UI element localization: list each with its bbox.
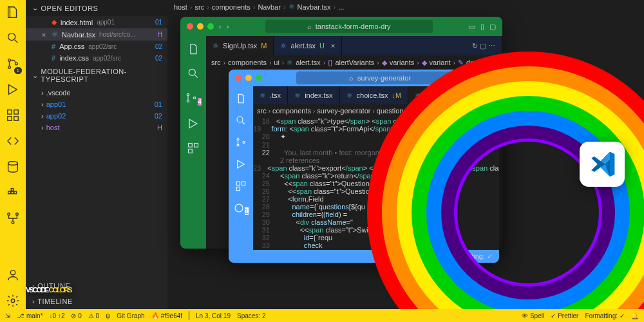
editor-row[interactable]: #App.cssapp02/src02	[26, 41, 167, 52]
debug-icon[interactable]	[235, 158, 247, 170]
spaces-status[interactable]: Spaces: 2	[237, 312, 265, 319]
svg-rect-4	[8, 110, 12, 114]
svg-point-3	[15, 62, 18, 65]
close-icon[interactable]: ×	[468, 91, 471, 99]
debug-icon[interactable]	[187, 117, 200, 130]
files-icon[interactable]	[187, 43, 200, 55]
tab[interactable]: ⚛.tsx	[253, 86, 288, 104]
svg-point-19	[187, 93, 189, 95]
database-icon[interactable]	[6, 160, 20, 175]
command-center[interactable]: ⌕survey-generator	[296, 71, 464, 84]
svg-point-27	[237, 144, 239, 146]
svg-rect-23	[194, 144, 198, 147]
source-control-icon[interactable]: 4	[185, 91, 202, 106]
editor-row[interactable]: #index.cssapp02/src02	[26, 52, 167, 64]
nested-window-blue: ⌕survey-generator 1 ⚛.tsx ⚛index.tsx ⚛ch…	[229, 70, 499, 263]
svg-point-26	[237, 138, 239, 140]
bell-icon[interactable]: 🔔	[631, 312, 639, 319]
remote-icon[interactable]	[6, 134, 20, 149]
color-status[interactable]: 🔥 #f9e64f	[151, 312, 182, 319]
back-icon[interactable]: ‹	[219, 23, 222, 30]
tab[interactable]: ⚛index.tsx	[288, 86, 339, 104]
git-graph[interactable]: Git Graph	[117, 312, 144, 319]
cursor-position[interactable]: Ln 3, Col 19	[196, 312, 231, 319]
svg-point-8	[8, 162, 18, 166]
folder-row[interactable]: ›app0202	[26, 110, 167, 122]
breadcrumb[interactable]: src›components›ui›⚛alert.tsx›{}alertVari…	[206, 55, 502, 70]
project-header[interactable]: ⌄MODULE-FEDERATION-TYPESCRIPT	[26, 64, 167, 87]
search-icon[interactable]	[6, 31, 20, 46]
source-control-icon[interactable]	[235, 137, 247, 148]
svg-point-0	[8, 33, 15, 41]
search-icon[interactable]	[235, 115, 247, 126]
svg-point-18	[189, 69, 195, 75]
svg-rect-22	[189, 144, 193, 147]
forward-icon[interactable]: ›	[227, 23, 229, 30]
folder-row[interactable]: ›hostH	[26, 122, 167, 133]
svg-rect-24	[189, 149, 193, 153]
svg-point-1	[8, 59, 11, 62]
warnings-status[interactable]: ⚠ 0	[88, 312, 99, 319]
svg-point-2	[8, 66, 11, 69]
remote-indicator[interactable]: ⇲	[5, 312, 10, 319]
files-icon[interactable]	[235, 93, 247, 104]
close-icon[interactable]: ×	[40, 31, 48, 39]
tab[interactable]: ⚛text.tsx↓M×	[408, 86, 478, 104]
traffic-lights[interactable]	[187, 23, 214, 30]
activity-bar-green: 4	[180, 36, 206, 249]
extensions-icon[interactable]	[6, 108, 20, 124]
command-center[interactable]: ⌕tanstack-form-demo-dry	[265, 20, 433, 33]
layout-icon[interactable]: ▭	[469, 23, 475, 31]
sync-status[interactable]: ↓0 ↑2	[50, 312, 65, 319]
editor[interactable]: 18<span class="k">type</span> <span clas…	[253, 117, 499, 250]
extensions-icon[interactable]	[187, 142, 200, 155]
svg-rect-11	[14, 191, 17, 194]
layout-icon[interactable]: ▯	[480, 23, 484, 31]
docker-icon[interactable]	[6, 185, 20, 201]
spell-status[interactable]: 👁 Spell	[522, 312, 544, 319]
svg-point-25	[237, 117, 243, 122]
svg-point-17	[11, 299, 15, 303]
settings-icon[interactable]	[6, 294, 20, 309]
layout-icon[interactable]: ▢	[489, 23, 496, 31]
prettier-status[interactable]: ✓ Prettier	[551, 312, 578, 319]
branch-status[interactable]: ⎇ main*	[17, 312, 43, 319]
close-icon[interactable]: ×	[331, 42, 335, 50]
errors-status[interactable]: ⊘ 0	[71, 312, 81, 319]
breadcrumb[interactable]: host› src› components› Navbar› ⚛Navbar.t…	[174, 3, 344, 11]
breadcrumb[interactable]: src›components›survey-generator›question…	[253, 104, 499, 117]
folder-row[interactable]: ›.vscode	[26, 87, 167, 99]
graph-icon[interactable]	[6, 211, 20, 227]
badge-icon[interactable]: 1	[233, 202, 249, 215]
search-icon: ⌕	[349, 74, 354, 82]
prettier-status[interactable]: ✓ Prettier	[412, 252, 443, 261]
tab-bar: ⚛SignUp.tsxM ⚛alert.tsxU× ↻ ▢ ⋯	[206, 36, 502, 55]
tab-actions[interactable]: ↻ ▢ ⋯	[466, 36, 502, 55]
vscode-logo	[580, 142, 625, 187]
tab[interactable]: ⚛choice.tsx↓M	[340, 86, 409, 104]
activity-bar: 1	[0, 0, 26, 309]
svg-rect-12	[11, 189, 14, 191]
search-icon[interactable]	[187, 67, 200, 80]
account-icon[interactable]	[6, 268, 20, 283]
tab[interactable]: ⚛SignUp.tsxM	[206, 36, 274, 55]
svg-point-16	[10, 270, 15, 275]
folder-row[interactable]: ›app0101	[26, 99, 167, 110]
formatting-status[interactable]: Formatting: ✓	[585, 312, 625, 319]
extensions-icon[interactable]	[235, 180, 247, 192]
svg-rect-10	[11, 191, 14, 194]
traffic-lights[interactable]	[235, 75, 262, 81]
broadcast-icon[interactable]: ψ	[106, 312, 110, 319]
svg-rect-6	[8, 117, 12, 120]
formatting-status[interactable]: Formatting: ✓	[449, 252, 493, 261]
hero-title: VSCODE COLORS	[26, 250, 71, 303]
tab-bar: ⚛.tsx ⚛index.tsx ⚛choice.tsx↓M ⚛text.tsx…	[253, 86, 499, 104]
editor-row[interactable]: ◆index.htmlapp0101	[26, 16, 167, 28]
svg-rect-31	[236, 187, 240, 191]
editor-row[interactable]: ×⚛Navbar.tsxhost/src/co...H	[26, 28, 167, 41]
debug-icon[interactable]	[6, 82, 20, 98]
source-control-icon[interactable]: 1	[6, 57, 20, 72]
files-icon[interactable]	[6, 5, 20, 21]
tab[interactable]: ⚛alert.tsxU×	[274, 36, 342, 55]
open-editors-header[interactable]: ⌄OPEN EDITORS	[26, 0, 167, 16]
